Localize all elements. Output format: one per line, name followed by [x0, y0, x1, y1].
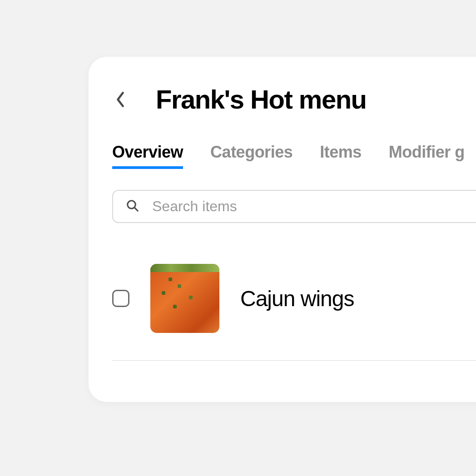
tab-categories[interactable]: Categories	[210, 143, 293, 169]
menu-card: Frank's Hot menu Overview Categories Ite…	[89, 57, 476, 402]
item-name[interactable]: Cajun wings	[240, 286, 354, 311]
tab-overview[interactable]: Overview	[112, 143, 183, 169]
svg-line-1	[134, 208, 138, 211]
search-input[interactable]	[152, 198, 476, 215]
page-title: Frank's Hot menu	[156, 84, 367, 114]
back-button[interactable]	[112, 91, 129, 108]
item-checkbox[interactable]	[112, 290, 129, 307]
search-wrapper[interactable]	[112, 190, 476, 223]
tab-modifier-groups[interactable]: Modifier g	[389, 143, 465, 169]
item-image[interactable]	[150, 264, 219, 333]
tabs: Overview Categories Items Modifier g	[112, 143, 476, 169]
header: Frank's Hot menu	[112, 84, 476, 114]
item-row: Cajun wings	[112, 264, 476, 361]
chevron-left-icon	[115, 91, 125, 108]
search-icon	[126, 199, 139, 214]
tab-items[interactable]: Items	[320, 143, 362, 169]
